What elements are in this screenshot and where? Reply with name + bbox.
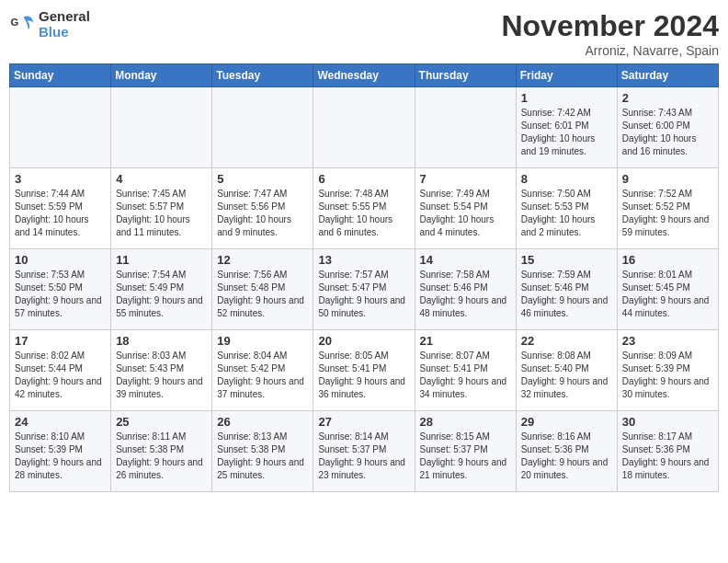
day-number: 11 [116, 253, 207, 267]
calendar-cell [212, 87, 313, 168]
day-number: 25 [116, 415, 207, 429]
weekday-header-saturday: Saturday [617, 64, 718, 87]
day-number: 27 [318, 415, 409, 429]
calendar-cell: 23Sunrise: 8:09 AM Sunset: 5:39 PM Dayli… [617, 330, 718, 411]
day-number: 19 [217, 334, 308, 348]
calendar-cell [111, 87, 212, 168]
calendar-cell: 16Sunrise: 8:01 AM Sunset: 5:45 PM Dayli… [617, 249, 718, 330]
day-info: Sunrise: 8:08 AM Sunset: 5:40 PM Dayligh… [521, 350, 612, 401]
weekday-header-row: SundayMondayTuesdayWednesdayThursdayFrid… [10, 64, 719, 87]
logo-blue: Blue [39, 25, 90, 40]
day-number: 24 [15, 415, 106, 429]
calendar-cell: 3Sunrise: 7:44 AM Sunset: 5:59 PM Daylig… [10, 168, 111, 249]
weekday-header-tuesday: Tuesday [212, 64, 313, 87]
day-info: Sunrise: 8:05 AM Sunset: 5:41 PM Dayligh… [318, 350, 409, 401]
month-title: November 2024 [501, 9, 719, 43]
calendar-cell: 29Sunrise: 8:16 AM Sunset: 5:36 PM Dayli… [516, 411, 617, 492]
day-info: Sunrise: 8:13 AM Sunset: 5:38 PM Dayligh… [217, 431, 308, 482]
day-number: 26 [217, 415, 308, 429]
day-info: Sunrise: 8:16 AM Sunset: 5:36 PM Dayligh… [521, 431, 612, 482]
calendar-table: SundayMondayTuesdayWednesdayThursdayFrid… [9, 63, 719, 492]
calendar-cell: 8Sunrise: 7:50 AM Sunset: 5:53 PM Daylig… [516, 168, 617, 249]
day-info: Sunrise: 8:03 AM Sunset: 5:43 PM Dayligh… [116, 350, 207, 401]
logo-icon: G [9, 12, 35, 38]
day-info: Sunrise: 8:02 AM Sunset: 5:44 PM Dayligh… [15, 350, 106, 401]
day-info: Sunrise: 8:10 AM Sunset: 5:39 PM Dayligh… [15, 431, 106, 482]
day-info: Sunrise: 7:54 AM Sunset: 5:49 PM Dayligh… [116, 269, 207, 320]
day-number: 17 [15, 334, 106, 348]
weekday-header-wednesday: Wednesday [313, 64, 415, 87]
calendar-cell: 24Sunrise: 8:10 AM Sunset: 5:39 PM Dayli… [10, 411, 111, 492]
calendar-week-row: 24Sunrise: 8:10 AM Sunset: 5:39 PM Dayli… [10, 411, 719, 492]
calendar-cell: 12Sunrise: 7:56 AM Sunset: 5:48 PM Dayli… [212, 249, 313, 330]
logo-general: General [39, 9, 90, 25]
day-info: Sunrise: 7:47 AM Sunset: 5:56 PM Dayligh… [217, 188, 308, 239]
day-info: Sunrise: 7:49 AM Sunset: 5:54 PM Dayligh… [420, 188, 511, 239]
day-info: Sunrise: 7:45 AM Sunset: 5:57 PM Dayligh… [116, 188, 207, 239]
day-info: Sunrise: 7:58 AM Sunset: 5:46 PM Dayligh… [420, 269, 511, 320]
calendar-cell [313, 87, 415, 168]
calendar-cell: 10Sunrise: 7:53 AM Sunset: 5:50 PM Dayli… [10, 249, 111, 330]
calendar-week-row: 17Sunrise: 8:02 AM Sunset: 5:44 PM Dayli… [10, 330, 719, 411]
day-info: Sunrise: 7:53 AM Sunset: 5:50 PM Dayligh… [15, 269, 106, 320]
calendar-body: 1Sunrise: 7:42 AM Sunset: 6:01 PM Daylig… [10, 87, 719, 492]
calendar-cell [415, 87, 516, 168]
day-number: 13 [318, 253, 409, 267]
calendar-cell: 28Sunrise: 8:15 AM Sunset: 5:37 PM Dayli… [415, 411, 516, 492]
day-info: Sunrise: 8:11 AM Sunset: 5:38 PM Dayligh… [116, 431, 207, 482]
calendar-week-row: 3Sunrise: 7:44 AM Sunset: 5:59 PM Daylig… [10, 168, 719, 249]
title-area: November 2024 Arroniz, Navarre, Spain [501, 9, 719, 58]
calendar-cell: 6Sunrise: 7:48 AM Sunset: 5:55 PM Daylig… [313, 168, 415, 249]
day-info: Sunrise: 7:42 AM Sunset: 6:01 PM Dayligh… [521, 107, 612, 158]
weekday-header-monday: Monday [111, 64, 212, 87]
calendar-cell: 1Sunrise: 7:42 AM Sunset: 6:01 PM Daylig… [516, 87, 617, 168]
day-number: 3 [15, 172, 106, 186]
day-number: 15 [521, 253, 612, 267]
day-number: 10 [15, 253, 106, 267]
header: G General Blue November 2024 Arroniz, Na… [9, 9, 719, 58]
svg-text:G: G [10, 17, 18, 28]
calendar-cell [10, 87, 111, 168]
calendar-cell: 11Sunrise: 7:54 AM Sunset: 5:49 PM Dayli… [111, 249, 212, 330]
calendar-cell: 2Sunrise: 7:43 AM Sunset: 6:00 PM Daylig… [617, 87, 718, 168]
day-info: Sunrise: 7:43 AM Sunset: 6:00 PM Dayligh… [622, 107, 713, 158]
day-number: 1 [521, 91, 612, 105]
day-number: 20 [318, 334, 409, 348]
calendar-cell: 4Sunrise: 7:45 AM Sunset: 5:57 PM Daylig… [111, 168, 212, 249]
calendar-week-row: 10Sunrise: 7:53 AM Sunset: 5:50 PM Dayli… [10, 249, 719, 330]
day-info: Sunrise: 7:52 AM Sunset: 5:52 PM Dayligh… [622, 188, 713, 239]
day-number: 9 [622, 172, 713, 186]
logo-text: General Blue [39, 9, 90, 40]
calendar-cell: 20Sunrise: 8:05 AM Sunset: 5:41 PM Dayli… [313, 330, 415, 411]
day-number: 6 [318, 172, 409, 186]
location-subtitle: Arroniz, Navarre, Spain [501, 43, 719, 58]
calendar-cell: 27Sunrise: 8:14 AM Sunset: 5:37 PM Dayli… [313, 411, 415, 492]
day-info: Sunrise: 7:56 AM Sunset: 5:48 PM Dayligh… [217, 269, 308, 320]
calendar-cell: 22Sunrise: 8:08 AM Sunset: 5:40 PM Dayli… [516, 330, 617, 411]
day-number: 21 [420, 334, 511, 348]
day-number: 28 [420, 415, 511, 429]
day-info: Sunrise: 8:04 AM Sunset: 5:42 PM Dayligh… [217, 350, 308, 401]
calendar-cell: 26Sunrise: 8:13 AM Sunset: 5:38 PM Dayli… [212, 411, 313, 492]
calendar-cell: 7Sunrise: 7:49 AM Sunset: 5:54 PM Daylig… [415, 168, 516, 249]
calendar-cell: 18Sunrise: 8:03 AM Sunset: 5:43 PM Dayli… [111, 330, 212, 411]
weekday-header-sunday: Sunday [10, 64, 111, 87]
weekday-header-friday: Friday [516, 64, 617, 87]
calendar-cell: 21Sunrise: 8:07 AM Sunset: 5:41 PM Dayli… [415, 330, 516, 411]
day-info: Sunrise: 8:17 AM Sunset: 5:36 PM Dayligh… [622, 431, 713, 482]
day-number: 29 [521, 415, 612, 429]
calendar-cell: 25Sunrise: 8:11 AM Sunset: 5:38 PM Dayli… [111, 411, 212, 492]
calendar-cell: 17Sunrise: 8:02 AM Sunset: 5:44 PM Dayli… [10, 330, 111, 411]
day-number: 5 [217, 172, 308, 186]
calendar-cell: 14Sunrise: 7:58 AM Sunset: 5:46 PM Dayli… [415, 249, 516, 330]
day-info: Sunrise: 7:50 AM Sunset: 5:53 PM Dayligh… [521, 188, 612, 239]
day-number: 18 [116, 334, 207, 348]
day-info: Sunrise: 8:01 AM Sunset: 5:45 PM Dayligh… [622, 269, 713, 320]
logo: G General Blue [9, 9, 90, 40]
day-number: 7 [420, 172, 511, 186]
day-number: 30 [622, 415, 713, 429]
day-number: 4 [116, 172, 207, 186]
day-info: Sunrise: 7:44 AM Sunset: 5:59 PM Dayligh… [15, 188, 106, 239]
calendar-header: SundayMondayTuesdayWednesdayThursdayFrid… [10, 64, 719, 87]
day-number: 2 [622, 91, 713, 105]
